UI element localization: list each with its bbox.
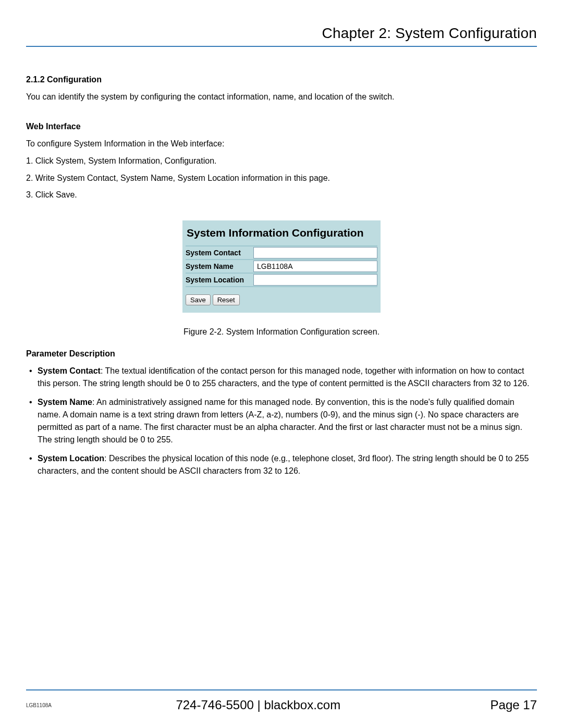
list-item: System Location: Describes the physical … [28,452,537,477]
footer-center: 724-746-5500 | blackbox.com [26,698,491,712]
list-item: System Contact: The textual identificati… [28,365,537,390]
param-name: System Location [38,454,104,463]
label-system-contact: System Contact [186,246,253,260]
section-heading: 2.1.2 Configuration [26,75,537,84]
figure-system-info-config: System Information Configuration System … [182,220,381,313]
table-row: System Contact [186,246,377,260]
table-row: System Name [186,260,377,273]
param-text: : An administratively assigned name for … [38,398,522,444]
footer-page: Page 17 [491,698,537,712]
input-system-location[interactable] [253,274,377,286]
param-text: : Describes the physical location of thi… [38,454,529,475]
parameter-description-heading: Parameter Description [26,349,537,359]
table-row: System Location [186,273,377,287]
input-system-name[interactable] [253,261,377,272]
figure-caption: Figure 2-2. System Information Configura… [26,327,537,337]
reset-button[interactable]: Reset [213,294,240,305]
web-interface-lead: To configure System Information in the W… [26,138,537,151]
parameter-list: System Contact: The textual identificati… [26,365,537,477]
step-3: 3. Click Save. [26,189,537,202]
param-text: : The textual identification of the cont… [38,366,529,388]
step-1: 1. Click System, System Information, Con… [26,155,537,168]
chapter-heading: Chapter 2: System Configuration [26,25,537,47]
step-2: 2. Write System Contact, System Name, Sy… [26,172,537,185]
param-name: System Contact [38,366,101,375]
web-interface-heading: Web Interface [26,122,537,131]
save-button[interactable]: Save [186,294,211,305]
param-name: System Name [38,398,92,406]
label-system-location: System Location [186,273,253,287]
input-system-contact[interactable] [253,247,377,258]
section-intro: You can identify the system by configuri… [26,91,537,103]
figure-table: System Contact System Name System Locati… [186,245,377,287]
footer-model: LGB1108A [26,702,52,708]
page-footer: LGB1108A 724-746-5500 | blackbox.com Pag… [26,689,537,712]
figure-title: System Information Configuration [186,224,377,245]
list-item: System Name: An administratively assigne… [28,396,537,446]
label-system-name: System Name [186,260,253,273]
